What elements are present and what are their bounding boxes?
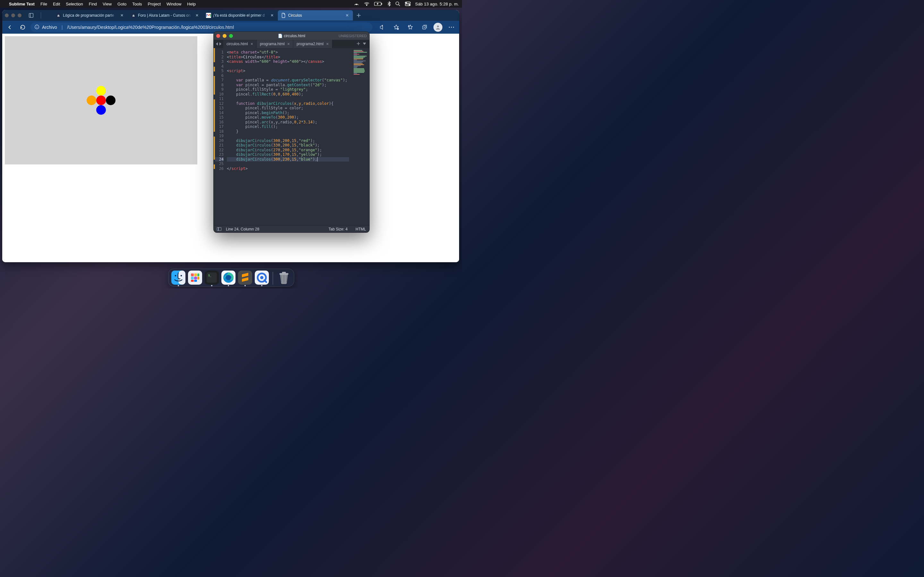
svg-rect-28 bbox=[194, 274, 197, 276]
more-menu-icon[interactable] bbox=[446, 22, 457, 32]
sublime-registration: UNREGISTERED bbox=[339, 34, 367, 38]
sublime-tab-close-icon[interactable]: × bbox=[250, 41, 253, 47]
svg-rect-9 bbox=[29, 13, 33, 18]
browser-tab-1[interactable]: a Foro | Alura Latam - Cursos on ✕ bbox=[128, 10, 203, 21]
sublime-nav-arrows[interactable] bbox=[214, 40, 223, 48]
menubar-window[interactable]: Window bbox=[166, 2, 181, 6]
dock-edge-icon[interactable] bbox=[221, 271, 236, 285]
sidebar-toggle-icon[interactable] bbox=[217, 227, 221, 231]
sublime-tab-close-icon[interactable]: × bbox=[287, 41, 290, 47]
favicon-file-icon bbox=[281, 13, 286, 18]
browser-tab-2[interactable]: ¡Ya está disponible el primer d ✕ bbox=[203, 10, 278, 21]
tab-label: Circulos bbox=[288, 13, 342, 18]
collections-icon[interactable] bbox=[419, 22, 430, 32]
menubar-selection[interactable]: Selection bbox=[66, 2, 83, 6]
browser-titlebar[interactable]: a Lógica de programación parte ✕ a Foro … bbox=[2, 10, 459, 21]
read-aloud-icon[interactable] bbox=[377, 22, 387, 32]
tab-actions-icon[interactable] bbox=[27, 11, 36, 20]
address-sep: | bbox=[61, 25, 63, 30]
code-area[interactable]: <meta charset="utf-8"><title>Circulos</t… bbox=[226, 48, 352, 226]
svg-point-24 bbox=[174, 275, 176, 277]
svg-rect-34 bbox=[194, 280, 197, 282]
line-number-gutter[interactable]: 1234567891011121314151617181920212223242… bbox=[215, 48, 226, 226]
address-path: /Users/amaury/Desktop/Logica%20de%20Prog… bbox=[67, 25, 234, 30]
sublime-tab-dropdown-icon[interactable] bbox=[363, 42, 366, 46]
favorites-menu-icon[interactable] bbox=[405, 22, 415, 32]
control-center-icon[interactable] bbox=[405, 2, 411, 6]
tab-close-icon[interactable]: ✕ bbox=[270, 13, 275, 18]
menubar-view[interactable]: View bbox=[103, 2, 111, 6]
svg-point-4 bbox=[396, 2, 399, 5]
svg-point-8 bbox=[409, 5, 410, 5]
dock-divider bbox=[273, 272, 273, 285]
menubar-tools[interactable]: Tools bbox=[132, 2, 142, 6]
sublime-tab-label: circulos.html bbox=[226, 42, 248, 46]
browser-maximize-button[interactable] bbox=[18, 13, 21, 17]
tab-label: ¡Ya está disponible el primer d bbox=[213, 13, 268, 18]
file-icon: 📄 bbox=[278, 34, 283, 38]
svg-text:a: a bbox=[57, 13, 60, 17]
dock-terminal-icon[interactable]: $_ bbox=[205, 271, 219, 285]
browser-minimize-button[interactable] bbox=[11, 13, 15, 17]
address-kind: Archivo bbox=[42, 25, 57, 30]
status-cursor[interactable]: Line 24, Column 28 bbox=[226, 227, 259, 231]
menubar-app-name[interactable]: Sublime Text bbox=[9, 2, 35, 6]
sublime-editor[interactable]: 1234567891011121314151617181920212223242… bbox=[214, 48, 369, 226]
tab-close-icon[interactable]: ✕ bbox=[194, 13, 200, 18]
svg-point-20 bbox=[451, 27, 452, 28]
status-syntax[interactable]: HTML bbox=[355, 227, 366, 231]
browser-traffic-lights bbox=[5, 13, 21, 17]
svg-rect-46 bbox=[282, 272, 286, 274]
menubar-clock[interactable]: Sáb 13 ago. 5:28 p. m. bbox=[415, 2, 459, 6]
dock-finder-icon[interactable] bbox=[171, 271, 186, 285]
browser-tab-0[interactable]: a Lógica de programación parte ✕ bbox=[53, 10, 128, 21]
new-tab-button[interactable] bbox=[354, 11, 363, 20]
macos-dock-wrap: $_ bbox=[0, 269, 462, 287]
refresh-button[interactable] bbox=[18, 22, 28, 32]
sublime-tab-2[interactable]: programa2.html × bbox=[293, 40, 332, 48]
airdrop-icon[interactable] bbox=[354, 2, 359, 6]
dock-trash-icon[interactable] bbox=[277, 271, 291, 285]
toolbar-right bbox=[377, 22, 457, 32]
menubar-file[interactable]: File bbox=[40, 2, 47, 6]
sublime-statusbar: Line 24, Column 28 Tab Size: 4 HTML bbox=[214, 226, 369, 232]
svg-rect-3 bbox=[381, 3, 382, 5]
back-button[interactable] bbox=[5, 22, 15, 32]
menubar-find[interactable]: Find bbox=[89, 2, 97, 6]
svg-point-1 bbox=[367, 5, 367, 5]
dock-quicktime-icon[interactable] bbox=[255, 271, 269, 285]
tab-label: Lógica de programación parte bbox=[63, 13, 118, 18]
tab-close-icon[interactable]: ✕ bbox=[120, 13, 124, 18]
profile-avatar[interactable] bbox=[433, 23, 443, 32]
svg-text:a: a bbox=[132, 13, 135, 17]
sublime-titlebar[interactable]: 📄circulos.html UNREGISTERED bbox=[214, 32, 369, 40]
sublime-tab-0[interactable]: circulos.html × bbox=[223, 40, 257, 48]
dock-launchpad-icon[interactable] bbox=[188, 271, 202, 285]
browser-close-button[interactable] bbox=[5, 13, 9, 17]
favicon-alura-icon: a bbox=[131, 13, 136, 18]
menubar-help[interactable]: Help bbox=[187, 2, 196, 6]
menubar-goto[interactable]: Goto bbox=[118, 2, 126, 6]
svg-point-18 bbox=[437, 25, 439, 27]
bluetooth-icon[interactable] bbox=[388, 1, 391, 6]
wifi-icon[interactable] bbox=[364, 2, 370, 6]
svg-rect-30 bbox=[191, 277, 194, 279]
favorite-star-icon[interactable] bbox=[391, 22, 401, 32]
tab-close-icon[interactable]: ✕ bbox=[344, 13, 350, 18]
dock-sublime-icon[interactable] bbox=[238, 271, 252, 285]
site-info-icon[interactable] bbox=[34, 24, 39, 31]
browser-tab-3[interactable]: Circulos ✕ bbox=[278, 10, 353, 21]
sublime-tab-close-icon[interactable]: × bbox=[326, 41, 328, 47]
address-bar[interactable]: Archivo | /Users/amaury/Desktop/Logica%2… bbox=[31, 23, 373, 32]
sublime-tabstrip: circulos.html × programa.html × programa… bbox=[214, 40, 369, 48]
menubar-edit[interactable]: Edit bbox=[53, 2, 60, 6]
menubar-project[interactable]: Project bbox=[148, 2, 161, 6]
sublime-new-tab-icon[interactable] bbox=[357, 42, 360, 47]
battery-icon[interactable] bbox=[374, 2, 383, 6]
minimap[interactable] bbox=[352, 48, 369, 226]
sublime-tab-1[interactable]: programa.html × bbox=[257, 40, 294, 48]
spotlight-icon[interactable] bbox=[395, 1, 401, 6]
tab-label: Foro | Alura Latam - Cursos on bbox=[138, 13, 192, 18]
status-tabsize[interactable]: Tab Size: 4 bbox=[328, 227, 347, 231]
svg-point-25 bbox=[180, 275, 182, 277]
